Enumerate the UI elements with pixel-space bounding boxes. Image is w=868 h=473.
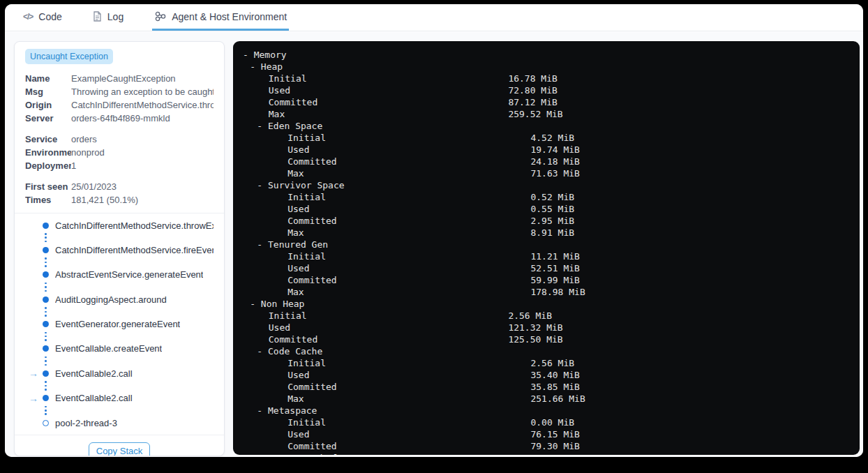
tree-row-label: - Tenured Gen bbox=[257, 239, 328, 250]
field-label: Msg bbox=[25, 87, 71, 97]
field-row: Serverorders-64fb4f869-mmkld bbox=[25, 112, 214, 125]
tab-agent-host-environment[interactable]: Agent & Host Environment bbox=[152, 4, 289, 31]
stack-item-label: EventGenerator.generateEvent bbox=[55, 319, 180, 329]
tree-leaf-row: Used52.51 MiB bbox=[243, 262, 860, 274]
stack-item[interactable]: →EventCallable2.call bbox=[29, 393, 214, 404]
stack-connector-dots bbox=[45, 332, 214, 341]
tree-row-value: 35.85 MiB bbox=[530, 381, 579, 393]
tab-label: Code bbox=[38, 11, 61, 22]
tree-row-value: 19.74 MiB bbox=[530, 144, 579, 156]
tree-leaf-row: Committed59.99 MiB bbox=[243, 274, 860, 286]
tree-row-value: 87.12 MiB bbox=[508, 96, 557, 108]
stack-item-label: pool-2-thread-3 bbox=[55, 418, 117, 428]
stack-item[interactable]: CatchInDifferentMethodService.fireEvent bbox=[29, 244, 214, 255]
field-value: Throwing an exception to be caught by a … bbox=[71, 87, 214, 97]
tree-row-label: Max bbox=[287, 227, 304, 239]
field-label: Origin bbox=[25, 100, 71, 110]
current-frame-arrow-icon: → bbox=[29, 393, 43, 403]
tree-row-value: 4.52 MiB bbox=[530, 132, 574, 144]
tree-row-value: 121.32 MiB bbox=[508, 322, 562, 333]
tree-leaf-row: Used121.32 MiB bbox=[243, 322, 860, 333]
stack-item[interactable]: AuditLoggingAspect.around bbox=[29, 294, 214, 305]
tree-row-label: Initial bbox=[287, 357, 326, 369]
tree-row-label: Used bbox=[287, 203, 309, 215]
tab-bar: </> Code Log Agent & Host Environment bbox=[5, 4, 863, 31]
tree-row-label: Initial bbox=[287, 191, 326, 203]
main-content: Uncaught Exception NameExampleCaughtExce… bbox=[5, 32, 863, 457]
tree-leaf-row: Initial0.52 MiB bbox=[243, 191, 860, 203]
tree-leaf-row: Max251.66 MiB bbox=[243, 393, 860, 405]
stack-item[interactable]: AbstractEventService.generateEvent bbox=[29, 269, 214, 280]
tree-node-row[interactable]: - Compressed Class Space bbox=[243, 452, 860, 455]
stack-connector-dots bbox=[45, 233, 214, 242]
field-row: NameExampleCaughtException bbox=[25, 72, 214, 85]
tree-leaf-row: Committed125.50 MiB bbox=[243, 333, 860, 345]
tree-row-label: Committed bbox=[269, 96, 317, 108]
tree-leaf-row: Max8.91 MiB bbox=[243, 227, 860, 239]
tree-leaf-row: Used35.40 MiB bbox=[243, 369, 860, 381]
tab-code[interactable]: </> Code bbox=[21, 4, 64, 31]
field-label: Name bbox=[25, 73, 71, 84]
tree-row-value: 16.78 MiB bbox=[508, 73, 557, 84]
tree-node-row[interactable]: - Heap bbox=[243, 61, 860, 73]
field-row: OriginCatchInDifferentMethodService.thro… bbox=[25, 98, 214, 112]
tree-row-label: - Eden Space bbox=[257, 120, 322, 132]
tree-row-value: 72.80 MiB bbox=[508, 84, 557, 96]
stack-item-dot-icon bbox=[43, 223, 49, 229]
tree-leaf-row: Max178.98 MiB bbox=[243, 286, 860, 298]
tree-row-label: - Metaspace bbox=[257, 405, 317, 416]
stack-item-label: CatchInDifferentMethodService.fireEvent bbox=[55, 245, 214, 255]
tree-node-row[interactable]: - Survivor Space bbox=[243, 179, 860, 191]
tree-row-label: Committed bbox=[287, 440, 336, 452]
tree-row-value: 71.63 MiB bbox=[530, 167, 579, 179]
field-value: 25/01/2023 bbox=[71, 181, 214, 192]
tab-log[interactable]: Log bbox=[91, 4, 126, 31]
stack-item-dot-icon bbox=[43, 395, 49, 401]
stack-item[interactable]: →EventCallable2.call bbox=[29, 368, 214, 379]
tree-row-label: Used bbox=[287, 428, 309, 440]
tree-row-label: - Code Cache bbox=[257, 345, 322, 357]
tree-row-label: - Memory bbox=[243, 49, 287, 61]
tree-leaf-row: Committed35.85 MiB bbox=[243, 381, 860, 393]
tree-leaf-row: Committed79.30 MiB bbox=[243, 440, 860, 452]
field-label: Environment bbox=[25, 147, 71, 158]
stack-item[interactable]: EventCallable.createEvent bbox=[29, 343, 214, 354]
tree-row-value: 0.55 MiB bbox=[530, 203, 574, 215]
tree-row-label: Initial bbox=[269, 73, 307, 84]
field-label: Server bbox=[25, 113, 71, 123]
stack-item-dot-icon bbox=[43, 271, 49, 278]
tree-node-row[interactable]: - Eden Space bbox=[243, 120, 860, 132]
stack-item[interactable]: EventGenerator.generateEvent bbox=[29, 319, 214, 330]
agent-environment-terminal: - Memory- HeapInitial16.78 MiBUsed72.80 … bbox=[233, 41, 860, 455]
copy-stack-button[interactable]: Copy Stack bbox=[89, 442, 150, 456]
divider bbox=[15, 213, 224, 213]
stack-item-dot-icon bbox=[43, 321, 49, 327]
tree-row-value: 76.15 MiB bbox=[530, 428, 579, 440]
stack-item-label: EventCallable.createEvent bbox=[55, 343, 162, 354]
tree-node-row[interactable]: - Non Heap bbox=[243, 298, 860, 310]
tree-node-row[interactable]: - Tenured Gen bbox=[243, 239, 860, 250]
exception-panel: Uncaught Exception NameExampleCaughtExce… bbox=[14, 41, 225, 456]
tree-node-row[interactable]: - Code Cache bbox=[243, 345, 860, 357]
tree-row-label: Max bbox=[287, 286, 304, 298]
stack-item[interactable]: CatchInDifferentMethodService.throwEx... bbox=[29, 220, 214, 231]
tree-row-value: 52.51 MiB bbox=[530, 262, 579, 274]
stack-item-label: AbstractEventService.generateEvent bbox=[55, 269, 203, 280]
stack-item[interactable]: pool-2-thread-3 bbox=[29, 417, 214, 428]
tree-row-value: 0.00 MiB bbox=[530, 416, 574, 428]
field-value: ExampleCaughtException bbox=[71, 73, 214, 84]
tree-node-row[interactable]: - Metaspace bbox=[243, 405, 860, 416]
stack-connector-dots bbox=[45, 257, 214, 266]
tree-row-value: 2.95 MiB bbox=[530, 215, 574, 227]
field-value: CatchInDifferentMethodService.throwExcep bbox=[71, 100, 214, 110]
tree-row-label: Committed bbox=[287, 156, 336, 167]
tree-row-label: - Heap bbox=[250, 61, 283, 73]
tree-row-value: 251.66 MiB bbox=[530, 393, 585, 405]
tree-row-label: Committed bbox=[287, 215, 336, 227]
tree-row-label: Initial bbox=[287, 132, 326, 144]
tree-row-label: Used bbox=[287, 369, 309, 381]
tree-row-label: Initial bbox=[287, 416, 326, 428]
tree-leaf-row: Initial16.78 MiB bbox=[243, 73, 860, 84]
tree-node-row[interactable]: - Memory bbox=[243, 49, 860, 61]
stack-item-label: AuditLoggingAspect.around bbox=[55, 294, 167, 305]
